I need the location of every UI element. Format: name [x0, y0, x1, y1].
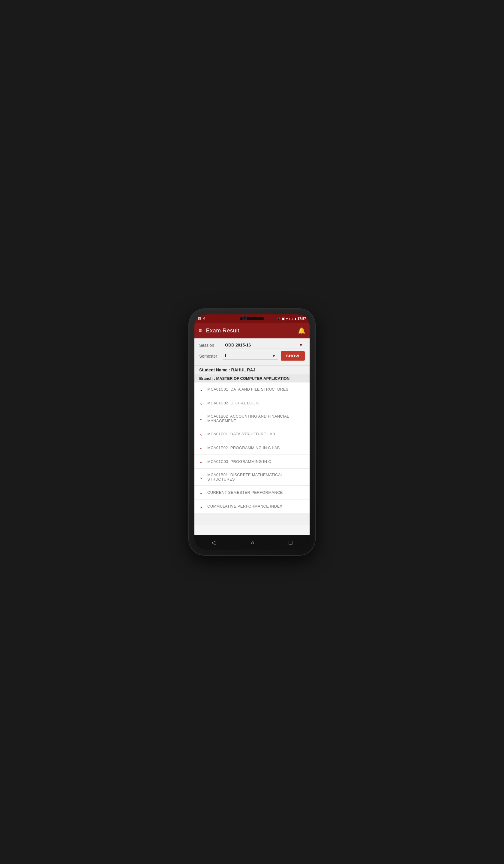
list-item[interactable]: ⌄ MCA01P01 DATA STRUCTURE LAB	[194, 427, 310, 441]
image-status-icon: 🖼	[198, 317, 201, 320]
app-title: Exam Result	[206, 327, 298, 334]
status-bar: 🖼 🎙 📳 ⏰ ▾ LTE ▮ 17:57	[194, 314, 310, 323]
list-item[interactable]: ⌄ MCA01P02 PROGRAMMING IN C LAB	[194, 441, 310, 455]
chevron-down-icon: ⌄	[199, 400, 203, 406]
status-time: 17:57	[298, 317, 306, 320]
chevron-down-icon: ⌄	[199, 503, 203, 509]
chevron-down-icon: ⌄	[199, 459, 203, 464]
course-list: ⌄ MCA01C01 DATA AND FILE STRUCTURES ⌄ MC…	[194, 383, 310, 513]
list-item[interactable]: ⌄ MCA01C01 DATA AND FILE STRUCTURES	[194, 383, 310, 396]
course-item-text: MCA01P01 DATA STRUCTURE LAB	[207, 432, 275, 436]
filter-form: Session ODD 2015-16 ▼ Semester I ▼ SHOW	[194, 338, 310, 366]
course-item-text: MCA01C03 PROGRAMMING IN C	[207, 459, 271, 464]
semester-dropdown-arrow: ▼	[272, 353, 276, 358]
chevron-down-icon: ⌄	[199, 416, 203, 421]
list-item[interactable]: ⌄ CURRENT SEMESTER PERFORMANCE	[194, 486, 310, 500]
lte-icon: LTE	[289, 317, 293, 320]
semester-label: Semester	[199, 354, 223, 359]
notification-bell-icon[interactable]: 🔔	[298, 327, 305, 334]
student-name-separator: :	[229, 368, 231, 372]
course-item-text: MCA01P02 PROGRAMMING IN C LAB	[207, 445, 280, 450]
show-button[interactable]: SHOW	[281, 351, 305, 361]
branch-info: Branch : MASTER OF COMPUTER APPLICATION	[194, 374, 310, 383]
semester-dropdown[interactable]: I ▼	[223, 352, 278, 360]
back-button[interactable]: ◁	[205, 536, 222, 549]
semester-value: I	[225, 353, 226, 358]
student-name-value: RAHUL RAJ	[231, 368, 256, 372]
chevron-down-icon: ⌄	[199, 445, 203, 451]
app-bar: ≡ Exam Result 🔔	[194, 323, 310, 338]
mic-status-icon: 🎙	[203, 317, 206, 320]
menu-icon[interactable]: ≡	[199, 328, 202, 334]
phone-frame: 🖼 🎙 📳 ⏰ ▾ LTE ▮ 17:57 ≡ Exam Result 🔔	[189, 309, 315, 555]
semester-row: Semester I ▼ SHOW	[199, 351, 305, 361]
list-item[interactable]: ⌄ MCA01C02 DIGITAL LOGIC	[194, 396, 310, 410]
branch-label: Branch	[199, 376, 213, 381]
session-value: ODD 2015-16	[225, 343, 251, 347]
course-item-text: MCA01B01 DISCRETE MATHEMATICAL STRUCTURE…	[207, 472, 305, 481]
alarm-icon: ⏰	[281, 317, 285, 320]
student-name: Student Name : RAHUL RAJ	[199, 368, 305, 372]
vibrate-icon: 📳	[277, 317, 280, 320]
main-content: Session ODD 2015-16 ▼ Semester I ▼ SHOW	[194, 338, 310, 535]
session-row: Session ODD 2015-16 ▼	[199, 341, 305, 349]
branch-value: MASTER OF COMPUTER APPLICATION	[216, 376, 289, 381]
battery-icon: ▮	[295, 317, 296, 320]
chevron-down-icon: ⌄	[199, 490, 203, 495]
chevron-down-icon: ⌄	[199, 431, 203, 437]
phone-screen: 🖼 🎙 📳 ⏰ ▾ LTE ▮ 17:57 ≡ Exam Result 🔔	[194, 314, 310, 550]
session-dropdown[interactable]: ODD 2015-16 ▼	[223, 341, 305, 349]
list-item[interactable]: ⌄ MCA01B01 DISCRETE MATHEMATICAL STRUCTU…	[194, 469, 310, 486]
list-item[interactable]: ⌄ MCA01C03 PROGRAMMING IN C	[194, 455, 310, 469]
bottom-spacer	[194, 513, 310, 525]
course-item-text: MCA01C01 DATA AND FILE STRUCTURES	[207, 387, 289, 392]
recent-apps-button[interactable]: □	[283, 537, 298, 549]
session-dropdown-arrow: ▼	[299, 343, 303, 347]
cumulative-performance-item: CUMMULATIVE PERFORMANCE INDEX	[207, 504, 282, 508]
current-semester-performance-item: CURRENT SEMESTER PERFORMANCE	[207, 490, 283, 495]
student-name-label: Student Name	[199, 368, 227, 372]
course-item-text: MCA01C02 DIGITAL LOGIC	[207, 401, 260, 405]
chevron-down-icon: ⌄	[199, 386, 203, 392]
session-label: Session	[199, 343, 223, 348]
chevron-down-icon: ⌄	[199, 474, 203, 480]
student-info: Student Name : RAHUL RAJ	[194, 366, 310, 374]
list-item[interactable]: ⌄ CUMMULATIVE PERFORMANCE INDEX	[194, 500, 310, 513]
course-item-text: MCA01B02 ACCOUNTING AND FINANCIAL MANAGE…	[207, 414, 305, 423]
status-right-icons: 📳 ⏰ ▾ LTE ▮ 17:57	[277, 317, 306, 320]
wifi-icon: ▾	[286, 317, 288, 320]
status-left-icons: 🖼 🎙	[198, 317, 206, 320]
list-item[interactable]: ⌄ MCA01B02 ACCOUNTING AND FINANCIAL MANA…	[194, 410, 310, 427]
bottom-navigation: ◁ ○ □	[194, 535, 310, 550]
